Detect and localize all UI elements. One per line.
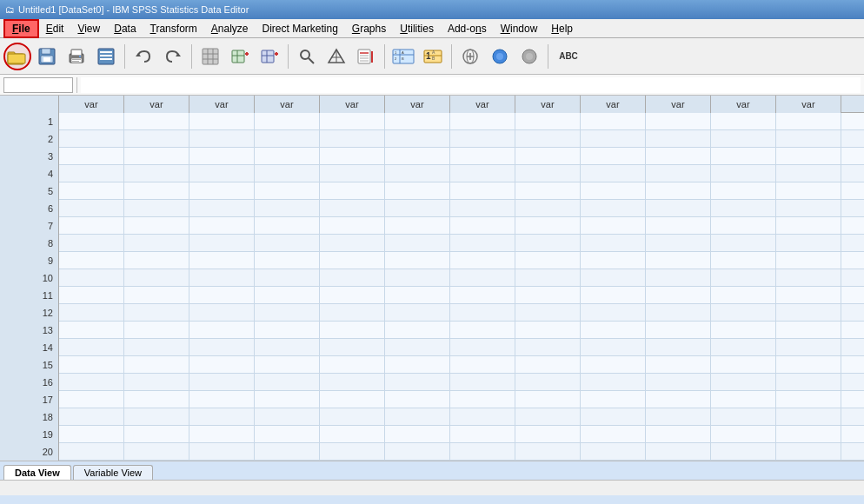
gray-circle-button[interactable] [515,43,543,70]
row-number[interactable]: 20 [0,443,59,461]
data-cell[interactable] [515,304,581,322]
data-cell[interactable] [581,200,646,217]
data-cell[interactable] [776,287,841,304]
data-cell[interactable] [776,426,841,443]
col-header-12[interactable]: var [776,96,841,113]
data-cell[interactable] [255,235,320,252]
data-cell[interactable] [711,443,776,461]
table-row[interactable]: 20 [0,443,864,461]
data-cell[interactable] [189,130,255,148]
data-cell[interactable] [581,130,646,148]
row-number[interactable]: 4 [0,165,59,182]
data-cell[interactable] [646,200,711,217]
data-cell[interactable] [59,252,124,269]
row-number[interactable]: 15 [0,356,59,374]
data-cell[interactable] [711,304,776,322]
row-number[interactable]: 17 [0,391,59,408]
data-cell[interactable] [320,235,385,252]
data-cell[interactable] [385,165,450,182]
data-cell[interactable] [255,374,320,391]
data-cell[interactable] [255,200,320,217]
data-cell[interactable] [124,356,189,374]
data-cell[interactable] [581,287,646,304]
data-cell[interactable] [646,182,711,200]
data-cell[interactable] [450,426,515,443]
data-cell[interactable] [255,426,320,443]
data-cell[interactable] [385,374,450,391]
save-button[interactable] [33,43,61,70]
goto-case-button[interactable] [196,43,224,70]
data-cell[interactable] [646,287,711,304]
data-cell[interactable] [450,322,515,339]
data-cell[interactable] [776,322,841,339]
data-cell[interactable] [450,130,515,148]
data-cell[interactable] [320,391,385,408]
col-header-9[interactable]: var [581,96,646,113]
data-cell[interactable] [711,374,776,391]
data-cell[interactable] [776,374,841,391]
data-cell[interactable] [776,165,841,182]
data-cell[interactable] [124,252,189,269]
data-cell[interactable] [450,235,515,252]
data-cell[interactable] [450,200,515,217]
data-cell[interactable] [581,322,646,339]
data-cell[interactable] [711,217,776,235]
data-cell[interactable] [255,322,320,339]
data-cell[interactable] [711,408,776,426]
row-number[interactable]: 8 [0,235,59,252]
data-cell[interactable] [124,322,189,339]
row-number[interactable]: 5 [0,182,59,200]
menu-data[interactable]: Data [107,21,143,36]
weight-cases-button[interactable] [322,43,350,70]
menu-direct-marketing[interactable]: Direct Marketing [256,21,345,36]
data-cell[interactable] [255,304,320,322]
data-cell[interactable] [124,269,189,287]
data-cell[interactable] [646,339,711,356]
data-cell[interactable] [450,182,515,200]
data-cell[interactable] [776,113,841,130]
data-cell[interactable] [515,287,581,304]
data-cell[interactable] [776,200,841,217]
data-cell[interactable] [59,200,124,217]
row-number[interactable]: 1 [0,113,59,130]
data-cell[interactable] [776,252,841,269]
data-cell[interactable] [581,443,646,461]
col-header-11[interactable]: var [711,96,776,113]
col-header-7[interactable]: var [450,96,515,113]
data-cell[interactable] [59,235,124,252]
data-cell[interactable] [320,182,385,200]
spell-check-button[interactable]: ABC [553,43,584,70]
recall-button[interactable] [92,43,120,70]
data-cell[interactable] [189,217,255,235]
data-cell[interactable] [124,443,189,461]
data-cell[interactable] [255,443,320,461]
col-header-10[interactable]: var [646,96,711,113]
data-cell[interactable] [515,356,581,374]
data-cell[interactable] [385,269,450,287]
row-number[interactable]: 16 [0,374,59,391]
data-cell[interactable] [515,165,581,182]
table-row[interactable]: 13 [0,322,864,339]
tab-variable-view[interactable]: Variable View [73,465,153,480]
data-cell[interactable] [320,443,385,461]
col-header-8[interactable]: var [515,96,581,113]
data-cell[interactable] [320,252,385,269]
data-cell[interactable] [385,426,450,443]
menu-help[interactable]: Help [544,21,580,36]
data-cell[interactable] [711,165,776,182]
data-cell[interactable] [776,408,841,426]
table-row[interactable]: 16 [0,374,864,391]
data-cell[interactable] [450,304,515,322]
data-cell[interactable] [450,443,515,461]
data-cell[interactable] [124,374,189,391]
data-cell[interactable] [189,269,255,287]
data-cell[interactable] [515,182,581,200]
data-cell[interactable] [320,200,385,217]
data-cell[interactable] [189,408,255,426]
data-cell[interactable] [515,408,581,426]
data-cell[interactable] [189,322,255,339]
data-cell[interactable] [189,356,255,374]
data-cell[interactable] [59,130,124,148]
data-cell[interactable] [255,252,320,269]
col-header-3[interactable]: var [189,96,255,113]
